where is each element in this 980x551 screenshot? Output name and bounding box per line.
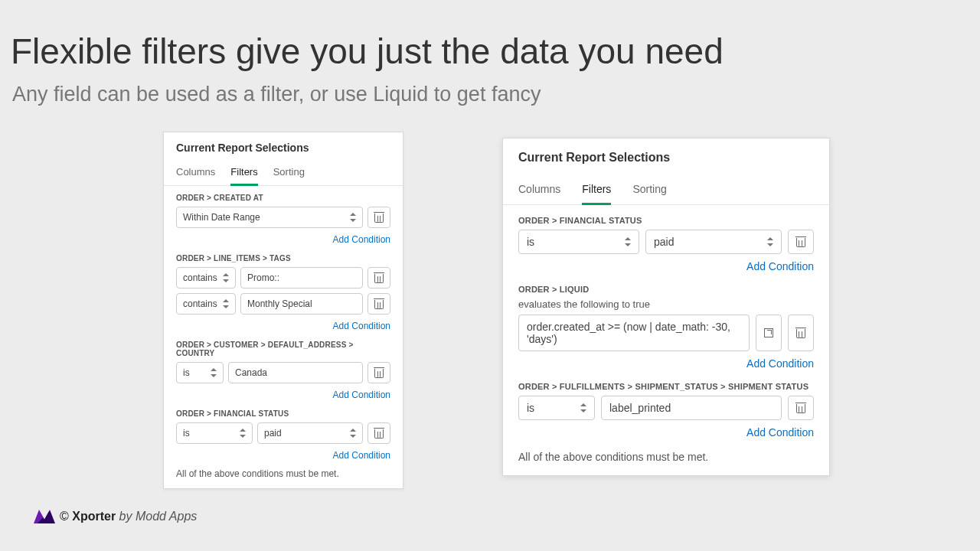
xporter-logo-icon [34,510,55,523]
filter-label: ORDER > FINANCIAL STATUS [518,216,814,230]
tab-filters[interactable]: Filters [582,177,611,205]
delete-button[interactable] [368,267,390,289]
trash-icon [374,428,384,439]
select-value: contains [183,298,217,309]
operator-select[interactable]: is [176,362,224,383]
conditions-note: All of the above conditions must be met. [164,462,403,488]
tabs: Columns Filters Sorting [164,158,403,186]
value-select[interactable]: paid [257,422,363,444]
select-value: paid [264,428,282,439]
value-input[interactable]: Canada [228,362,363,383]
updown-icon [210,368,217,377]
select-value: is [183,428,190,439]
right-panel: Current Report Selections Columns Filter… [502,138,830,476]
filter-group-shipment-status: ORDER > FULFILLMENTS > SHIPMENT_STATUS >… [503,371,829,440]
trash-icon [796,236,805,247]
footer: © Xporter by Modd Apps [34,510,197,523]
updown-icon [222,299,229,308]
delete-button[interactable] [368,293,390,315]
operator-select[interactable]: Within Date Range [176,207,363,228]
updown-icon [349,213,356,222]
select-value: is [527,402,534,414]
value-input[interactable]: label_printed [601,396,782,420]
add-condition-link[interactable]: Add Condition [176,233,390,246]
updown-icon [766,237,773,246]
expand-button[interactable] [756,315,782,351]
tab-columns[interactable]: Columns [518,177,560,204]
select-value: paid [654,236,674,248]
value-input[interactable]: Monthly Special [240,293,363,315]
expand-icon [764,328,773,337]
delete-button[interactable] [788,315,814,351]
filter-group-financial-status: ORDER > FINANCIAL STATUS is paid Add Con… [503,205,829,274]
filter-label: ORDER > FULFILLMENTS > SHIPMENT_STATUS >… [518,382,814,396]
value-input[interactable]: Promo:: [240,267,363,289]
delete-button[interactable] [368,362,390,383]
select-value: is [527,236,534,248]
delete-button[interactable] [368,422,390,444]
operator-select[interactable]: contains [176,293,236,315]
filter-group-financial-status: ORDER > FINANCIAL STATUS is paid Add Con… [164,402,403,462]
panel-title: Current Report Selections [164,132,403,158]
tabs: Columns Filters Sorting [503,171,829,205]
tab-sorting[interactable]: Sorting [273,161,305,185]
trash-icon [374,298,384,309]
trash-icon [796,328,805,338]
filter-group-tags: ORDER > LINE_ITEMS > TAGS contains Promo… [164,246,403,333]
filter-group-liquid: ORDER > LIQUID evaluates the following t… [503,274,829,371]
tab-columns[interactable]: Columns [176,161,215,185]
updown-icon [349,429,356,438]
page-headline: Flexible filters give you just the data … [0,0,980,72]
panel-title: Current Report Selections [503,139,829,171]
delete-button[interactable] [788,396,814,420]
page-subhead: Any field can be used as a filter, or us… [0,72,980,106]
copyright: © [60,510,69,523]
add-condition-link[interactable]: Add Condition [518,425,814,440]
trash-icon [374,367,384,378]
updown-icon [222,273,229,282]
app-name: Xporter [72,510,116,523]
select-value: contains [183,272,217,283]
add-condition-link[interactable]: Add Condition [518,356,814,371]
add-condition-link[interactable]: Add Condition [176,388,390,402]
filter-label: ORDER > FINANCIAL STATUS [176,409,390,422]
filter-group-country: ORDER > CUSTOMER > DEFAULT_ADDRESS > COU… [164,333,403,402]
left-panel: Current Report Selections Columns Filter… [163,132,403,489]
trash-icon [374,212,384,223]
liquid-helper-text: evaluates the following to true [518,298,814,315]
conditions-note: All of the above conditions must be met. [503,440,829,475]
operator-select[interactable]: contains [176,267,236,289]
operator-select[interactable]: is [518,396,595,420]
tab-sorting[interactable]: Sorting [632,177,666,204]
filter-label: ORDER > LIQUID [518,285,814,298]
liquid-expression-input[interactable]: order.created_at >= (now | date_math: -3… [518,315,750,351]
trash-icon [374,272,384,283]
value-select[interactable]: paid [645,230,782,254]
updown-icon [624,237,631,246]
updown-icon [239,429,246,438]
footer-text: © Xporter by Modd Apps [60,510,197,523]
tab-filters[interactable]: Filters [230,161,257,186]
filter-label: ORDER > CREATED AT [176,194,390,207]
select-value: Within Date Range [183,212,260,223]
filter-label: ORDER > LINE_ITEMS > TAGS [176,254,390,267]
operator-select[interactable]: is [176,422,253,444]
select-value: is [183,367,190,378]
delete-button[interactable] [788,230,814,254]
delete-button[interactable] [368,207,390,228]
add-condition-link[interactable]: Add Condition [518,259,814,274]
add-condition-link[interactable]: Add Condition [176,319,390,333]
operator-select[interactable]: is [518,230,639,254]
trash-icon [796,403,805,413]
by-line: by Modd Apps [119,510,198,523]
add-condition-link[interactable]: Add Condition [176,448,390,462]
updown-icon [580,403,586,412]
filter-group-created-at: ORDER > CREATED AT Within Date Range Add… [164,186,403,246]
filter-label: ORDER > CUSTOMER > DEFAULT_ADDRESS > COU… [176,341,390,362]
